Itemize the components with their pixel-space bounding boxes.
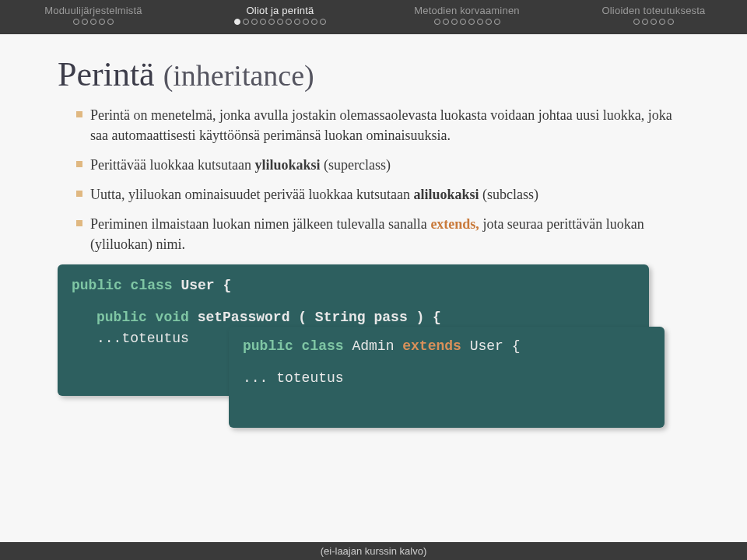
progress-dot[interactable] <box>260 19 266 25</box>
progress-dot[interactable] <box>107 19 114 25</box>
progress-dot[interactable] <box>251 19 258 25</box>
bullet-item: Perittävää luokkaa kutsutaan yliluokaksi… <box>76 155 689 175</box>
progress-dot[interactable] <box>234 19 240 25</box>
keyword: public void <box>96 310 189 325</box>
progress-dot[interactable] <box>320 19 326 25</box>
nav-label[interactable]: Moduulijärjestelmistä <box>0 5 187 16</box>
code-line: ... toteutus <box>243 368 651 389</box>
progress-dot[interactable] <box>90 19 96 25</box>
progress-dot[interactable] <box>73 19 79 25</box>
nav-section[interactable]: Moduulijärjestelmistä <box>0 5 187 25</box>
progress-dot[interactable] <box>99 19 105 25</box>
bullet-bold: aliluokaksi <box>413 187 479 202</box>
progress-dot[interactable] <box>286 19 292 25</box>
bullet-pre: Perittävää luokkaa kutsutaan <box>90 157 254 173</box>
progress-dots <box>187 19 374 25</box>
code-line: public class Admin extends User { <box>243 336 651 357</box>
bullet-text: Perintä on menetelmä, jonka avulla josta… <box>90 107 672 143</box>
progress-dot[interactable] <box>277 19 283 25</box>
code-block-wrapper: public class User { public void setPassw… <box>58 264 689 396</box>
progress-dot[interactable] <box>268 19 275 25</box>
nav-label[interactable]: Metodien korvaaminen <box>374 5 560 16</box>
code-panel-admin: public class Admin extends User { ... to… <box>229 327 665 428</box>
class-name: User { <box>181 278 231 293</box>
title-sub: (inheritance) <box>163 59 314 92</box>
nav-section[interactable]: Oliot ja perintä <box>187 5 374 25</box>
progress-dot[interactable] <box>642 19 648 25</box>
bullet-post: (superclass) <box>320 157 390 173</box>
progress-dot[interactable] <box>468 19 475 25</box>
progress-dot[interactable] <box>294 19 300 25</box>
bullet-extends: extends, <box>430 216 479 232</box>
progress-dot[interactable] <box>659 19 665 25</box>
progress-dot[interactable] <box>486 19 492 25</box>
bullet-list: Perintä on menetelmä, jonka avulla josta… <box>58 105 689 255</box>
bullet-item: Uutta, yliluokan ominaisuudet perivää lu… <box>76 184 689 205</box>
code-text: ... toteutus <box>243 370 344 386</box>
bullet-item: Periminen ilmaistaan luokan nimen jälkee… <box>76 214 689 254</box>
code-line: public void setPassword ( String pass ) … <box>72 307 635 328</box>
code-text: ...toteutus <box>96 331 189 346</box>
slide-content: Perintä (inheritance) Perintä on menetel… <box>0 34 747 396</box>
progress-dot[interactable] <box>651 19 657 25</box>
nav-label[interactable]: Oliot ja perintä <box>187 5 374 16</box>
nav-label[interactable]: Olioiden toteutuksesta <box>560 5 747 16</box>
progress-dot[interactable] <box>82 19 88 25</box>
progress-dot[interactable] <box>668 19 674 25</box>
slide-title: Perintä (inheritance) <box>58 54 689 94</box>
bullet-post: (subclass) <box>479 187 538 202</box>
progress-dot[interactable] <box>434 19 440 25</box>
title-main: Perintä <box>58 55 155 93</box>
keyword: public class <box>72 278 173 293</box>
progress-dot[interactable] <box>633 19 640 25</box>
bullet-pre: Uutta, yliluokan ominaisuudet perivää lu… <box>90 187 413 202</box>
progress-dot[interactable] <box>311 19 317 25</box>
code-line: public class User { <box>72 275 635 296</box>
bullet-pre: Periminen ilmaistaan luokan nimen jälkee… <box>90 216 430 232</box>
progress-dot[interactable] <box>494 19 500 25</box>
progress-dot[interactable] <box>303 19 309 25</box>
progress-dot[interactable] <box>477 19 483 25</box>
method-sig: setPassword ( String pass ) { <box>198 310 441 325</box>
nav-section[interactable]: Olioiden toteutuksesta <box>560 5 747 25</box>
extends-keyword: extends <box>402 338 461 354</box>
progress-dot[interactable] <box>451 19 458 25</box>
class-name: Admin <box>352 338 394 354</box>
progress-dot[interactable] <box>443 19 449 25</box>
progress-dots <box>374 19 560 25</box>
keyword: public class <box>243 338 344 354</box>
progress-dot[interactable] <box>460 19 466 25</box>
nav-section[interactable]: Metodien korvaaminen <box>374 5 560 25</box>
superclass-name: User { <box>470 338 521 354</box>
bullet-item: Perintä on menetelmä, jonka avulla josta… <box>76 105 689 145</box>
footer-text: (ei-laajan kurssin kalvo) <box>321 545 427 557</box>
progress-dot[interactable] <box>243 19 249 25</box>
top-nav: ModuulijärjestelmistäOliot ja perintäMet… <box>0 0 747 34</box>
footer: (ei-laajan kurssin kalvo) <box>0 542 747 560</box>
progress-dots <box>560 19 747 25</box>
progress-dots <box>0 19 187 25</box>
bullet-bold: yliluokaksi <box>254 157 320 173</box>
